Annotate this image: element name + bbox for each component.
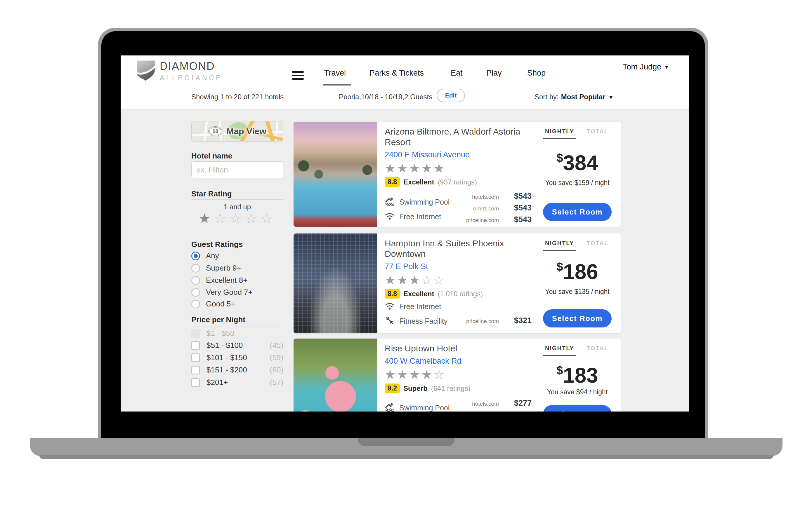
radio-icon[interactable] (191, 288, 200, 297)
star-rating-filter[interactable]: ★☆☆☆☆ (191, 210, 283, 226)
star-icon: ★ (397, 273, 409, 287)
price-option-101-150[interactable]: $101 - $150 (59) (191, 353, 283, 362)
amenity-item: Fitness Facility (385, 315, 447, 327)
amenity-item: Free Internet (385, 301, 447, 312)
hotel-address-link[interactable]: 400 W Camelback Rd (385, 357, 531, 366)
checkbox-icon[interactable] (191, 378, 200, 387)
guest-rating-option-any[interactable]: Any (191, 251, 219, 260)
guest-rating-option-superb[interactable]: Superb 9+ (191, 264, 241, 273)
star-icon: ★ (397, 161, 409, 175)
price-comparison-list: hotels.com $277 (472, 399, 532, 408)
radio-selected-icon[interactable] (191, 251, 200, 260)
nav-item-travel[interactable]: Travel (324, 69, 346, 78)
amenity-item: Free Internet (385, 211, 449, 222)
wifi-icon (385, 211, 395, 222)
nightly-price: $186 (534, 260, 621, 284)
page: DIAMOND ALLEGIANCE Travel Parks & Ticket… (0, 0, 812, 509)
star-icon: ★ (409, 161, 421, 175)
checkbox-icon[interactable] (191, 341, 200, 350)
laptop-hinge-notch (358, 438, 455, 446)
tab-nightly[interactable]: NIGHTLY (545, 345, 574, 352)
brand-logo[interactable]: DIAMOND ALLEGIANCE (136, 60, 222, 82)
guest-rating-option-very-good[interactable]: Very Good 7+ (191, 288, 253, 297)
star-icon: ☆ (433, 368, 446, 381)
comparison-provider: hotels.com (466, 194, 499, 200)
checkbox-disabled-icon (191, 329, 200, 338)
hotel-name: Arizona Biltmore, A Waldorf Astoria Reso… (385, 126, 531, 147)
tab-total[interactable]: TOTAL (587, 240, 608, 247)
swimming-pool-icon (385, 196, 395, 207)
rating-label: Superb (403, 384, 428, 393)
sort-dropdown[interactable]: Sort by:Most Popular▼ (534, 93, 614, 101)
hotel-star-rating: ★★★☆☆ (385, 273, 531, 287)
hotel-name: Hampton Inn & Suites Phoenix Downtown (385, 238, 531, 259)
hotel-address-link[interactable]: 77 E Polk St (385, 262, 531, 271)
star-icon: ★ (385, 368, 397, 381)
nav-item-play[interactable]: Play (486, 69, 502, 78)
map-view-label: Map View (226, 126, 266, 136)
select-room-button[interactable]: Select Room (543, 309, 612, 328)
hamburger-menu-icon[interactable] (292, 71, 304, 82)
nav-item-parks-tickets[interactable]: Parks & Tickets (370, 69, 424, 78)
pricing-panel: NIGHTLY TOTAL $384 You save $159 / night… (534, 122, 621, 227)
hotel-photo (293, 234, 377, 333)
radio-icon[interactable] (191, 276, 200, 285)
radio-icon[interactable] (191, 264, 200, 273)
radio-icon[interactable] (191, 300, 200, 308)
star-icon[interactable]: ☆ (214, 211, 229, 226)
star-rating-label: Star Rating (191, 190, 232, 199)
amenity-item: Swimming Pool (385, 196, 449, 207)
hotel-photo (293, 122, 377, 227)
select-room-button[interactable]: Select Room (543, 405, 612, 411)
wifi-icon (385, 301, 395, 312)
checkbox-icon[interactable] (191, 366, 200, 374)
rating-count: (1,010 ratings) (438, 290, 483, 298)
savings-text: You save $159 / night (534, 179, 621, 187)
chevron-down-icon: ▼ (664, 65, 669, 70)
savings-text: You save $94 / night (534, 388, 621, 396)
nightly-price: $384 (534, 151, 621, 175)
price-option-151-200[interactable]: $151 - $200 (60) (191, 365, 283, 374)
star-icon: ★ (433, 161, 446, 175)
active-tab-underline (543, 250, 576, 251)
tab-total[interactable]: TOTAL (587, 345, 608, 352)
star-icon[interactable]: ☆ (229, 211, 245, 226)
star-icon[interactable]: ☆ (260, 211, 276, 226)
star-icon: ★ (409, 368, 421, 381)
laptop-screen-bezel: DIAMOND ALLEGIANCE Travel Parks & Ticket… (98, 28, 708, 438)
fitness-icon (385, 315, 395, 327)
star-icon: ★ (397, 368, 409, 381)
hotel-address-link[interactable]: 2400 E Missouri Avenue (385, 150, 531, 159)
price-option-201-plus[interactable]: $201+ (57) (191, 378, 283, 387)
account-menu[interactable]: Tom Judge▼ (623, 63, 669, 71)
comparison-price: $543 (506, 203, 532, 212)
star-icon: ★ (421, 161, 433, 175)
hotel-card: Hampton Inn & Suites Phoenix Downtown 77… (293, 234, 621, 333)
tab-nightly[interactable]: NIGHTLY (545, 240, 574, 247)
nav-item-eat[interactable]: Eat (451, 69, 463, 78)
price-option-51-100[interactable]: $51 - $100 (45) (191, 341, 283, 350)
laptop-base-shadow (39, 455, 773, 459)
comparison-provider: priceline.com (466, 217, 499, 224)
hotel-name: Rise Uptown Hotel (385, 343, 531, 354)
map-view-button[interactable]: 68 Map View (191, 121, 283, 141)
edit-search-button[interactable]: Edit (437, 89, 465, 102)
rating-count: (641 ratings) (431, 384, 471, 393)
guest-rating-option-good[interactable]: Good 5+ (191, 300, 235, 308)
rating-count: (937 ratings) (438, 178, 477, 186)
checkbox-icon[interactable] (191, 353, 200, 362)
price-comparison-list: hotels.com $543 orbitz.com $543 pricelin… (466, 192, 532, 224)
nav-item-shop[interactable]: Shop (527, 69, 545, 78)
comparison-price: $277 (506, 399, 532, 408)
swimming-pool-icon (385, 402, 395, 411)
tab-total[interactable]: TOTAL (587, 128, 608, 135)
star-icon[interactable]: ★ (198, 211, 214, 226)
hotel-name-input[interactable] (191, 161, 283, 178)
sort-value: Most Popular (561, 93, 605, 101)
tab-nightly[interactable]: NIGHTLY (545, 128, 574, 135)
guest-rating-option-excellent[interactable]: Excellent 8+ (191, 276, 247, 285)
amenities-list: Swimming Pool (385, 402, 449, 411)
comparison-price: $543 (506, 192, 532, 201)
select-room-button[interactable]: Select Room (543, 203, 612, 221)
star-icon[interactable]: ☆ (245, 211, 260, 226)
